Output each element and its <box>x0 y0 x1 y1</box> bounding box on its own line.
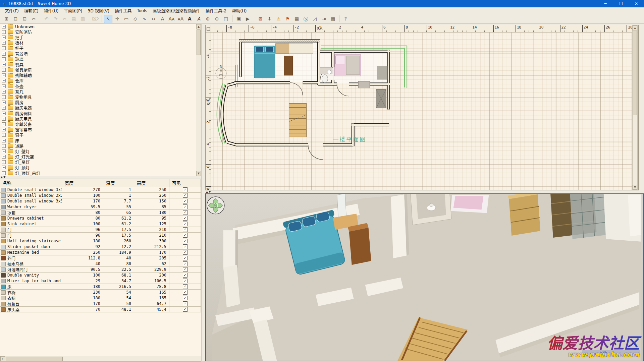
catalog-category-row[interactable]: +背景墙 <box>0 51 196 56</box>
bold-icon[interactable]: A <box>185 15 194 23</box>
expand-toggle-icon[interactable]: + <box>2 46 6 50</box>
table-row[interactable]: 外门112.840205✓ <box>0 255 201 261</box>
create-photo-icon[interactable]: ▣ <box>234 15 243 23</box>
header-width[interactable]: 宽度 <box>62 179 103 187</box>
plugin-export-obj-icon[interactable]: ⇥ <box>320 15 328 23</box>
catalog-category-row[interactable]: +灯_顶灯_吊灯 <box>0 170 196 176</box>
expand-toggle-icon[interactable]: + <box>2 117 6 121</box>
menu-advanced-rendering[interactable]: 高级渲染图/渲染视频插件 <box>150 7 203 14</box>
visible-checkbox[interactable]: ✓ <box>183 301 187 306</box>
plugin-warning-icon[interactable]: ⚠ <box>274 15 283 23</box>
plugin-sketch-icon[interactable]: Ⓢ <box>302 15 310 23</box>
visible-checkbox[interactable]: ✓ <box>183 267 187 272</box>
expand-toggle-icon[interactable]: + <box>2 25 6 28</box>
catalog-category-row[interactable]: +Unknown <box>0 24 196 29</box>
table-row[interactable]: Double small window 3x3...2701250✓ <box>0 187 201 193</box>
navigation-pad[interactable] <box>207 197 224 214</box>
expand-toggle-icon[interactable]: + <box>2 101 6 104</box>
table-row[interactable]: Mezzanine bed250184.9170✓ <box>0 250 201 255</box>
select-mode-icon[interactable]: ↖ <box>104 15 112 23</box>
create-walls-icon[interactable]: ▭ <box>122 15 130 23</box>
menu-help[interactable]: 帮助(H) <box>229 7 249 14</box>
table-row[interactable]: 门9617.5210✓ <box>0 227 201 233</box>
expand-toggle-icon[interactable]: + <box>2 57 6 61</box>
catalog-category-row[interactable]: +餐具厨房 <box>0 67 196 73</box>
table-row[interactable]: Washer dryer59.55585✓ <box>0 204 201 210</box>
catalog-category-row[interactable]: +灯_吊灯 <box>0 160 196 165</box>
scroll-up-icon[interactable]: ▲ <box>196 24 201 29</box>
catalog-category-row[interactable]: +餐具 <box>0 62 196 67</box>
plan-scroll-down-icon[interactable]: ▼ <box>633 185 637 190</box>
expand-toggle-icon[interactable]: + <box>2 90 6 94</box>
expand-toggle-icon[interactable]: + <box>2 52 6 56</box>
delete-icon[interactable]: ⌦ <box>91 15 100 23</box>
visible-checkbox[interactable]: ✓ <box>183 256 187 260</box>
create-polylines-icon[interactable]: ∿ <box>140 15 149 23</box>
plugin-slope-icon[interactable]: ◿ <box>311 15 319 23</box>
table-row[interactable]: Double vanity10068.1200✓ <box>0 273 201 278</box>
catalog-scrollbar-thumb[interactable] <box>197 29 201 55</box>
catalog-category-row[interactable]: +厨房用具 <box>0 116 196 121</box>
expand-toggle-icon[interactable]: + <box>2 149 6 153</box>
expand-toggle-icon[interactable]: + <box>2 139 6 142</box>
catalog-table-splitter[interactable]: ▲ ▼ <box>1 176 9 179</box>
table-row[interactable]: 门9617.5210✓ <box>0 233 201 238</box>
expand-toggle-icon[interactable]: + <box>2 106 6 110</box>
plan-scroll-up-icon[interactable]: ▲ <box>633 25 637 31</box>
catalog-category-row[interactable]: +床 <box>0 138 196 143</box>
visible-checkbox[interactable]: ✓ <box>183 210 187 215</box>
expand-toggle-icon[interactable]: + <box>2 95 6 99</box>
catalog-category-row[interactable]: +宠物用具 <box>0 94 196 100</box>
table-row[interactable]: Half landing staircase180260300✓ <box>0 238 201 244</box>
pan-mode-icon[interactable]: ✛ <box>113 15 121 23</box>
table-horizontal-scrollbar[interactable]: ◄ ► <box>0 356 201 362</box>
header-height[interactable]: 高度 <box>134 179 169 187</box>
scroll-right-icon[interactable]: ► <box>0 356 5 361</box>
minimize-button[interactable]: ─ <box>598 0 613 7</box>
view-3d-pane[interactable]: 偏爱技术社区 www.paijishu.com <box>205 193 644 361</box>
visible-checkbox[interactable]: ✓ <box>183 216 187 221</box>
plan-3d-splitter-arrows[interactable]: ▲ ▼ <box>206 190 214 193</box>
expand-toggle-icon[interactable]: + <box>2 41 6 45</box>
splitter-up-icon[interactable]: ▲ <box>1 176 3 179</box>
visible-checkbox[interactable]: ✓ <box>183 284 187 289</box>
catalog-category-row[interactable]: +厨房 <box>0 100 196 105</box>
menu-tools[interactable]: Tools <box>134 7 150 14</box>
menu-plan[interactable]: 平面图(P) <box>61 7 85 14</box>
menu-plugin-tools-2[interactable]: 插件工具-2 <box>203 7 229 14</box>
paste-icon[interactable]: ▥ <box>78 15 87 23</box>
visible-checkbox[interactable]: ✓ <box>183 273 187 278</box>
table-row[interactable]: 床头桌7048.145.4✓ <box>0 307 201 312</box>
expand-toggle-icon[interactable]: + <box>2 84 6 88</box>
catalog-category-row[interactable]: +穿戴装备 <box>0 121 196 127</box>
catalog-category-row[interactable]: +玻璃 <box>0 56 196 62</box>
visible-checkbox[interactable]: ✓ <box>183 290 187 295</box>
scroll-down-icon[interactable]: ▼ <box>196 171 201 176</box>
expand-toggle-icon[interactable]: + <box>2 122 6 126</box>
import-furniture-icon[interactable]: ⊡ <box>20 15 29 23</box>
create-dimensions-icon[interactable]: ↔ <box>149 15 158 23</box>
table-row[interactable]: 抽水马桶408062✓ <box>0 261 201 267</box>
catalog-category-row[interactable]: +安防消防 <box>0 29 196 35</box>
horizontal-scrollbar-thumb[interactable] <box>6 357 63 361</box>
cut-icon[interactable]: ✂ <box>60 15 69 23</box>
close-button[interactable]: ✕ <box>629 0 644 7</box>
new-home-icon[interactable]: ⊞ <box>2 15 11 23</box>
visible-checkbox[interactable]: ✓ <box>183 187 187 192</box>
expand-toggle-icon[interactable]: + <box>2 155 6 159</box>
splitter-down-icon[interactable]: ▼ <box>3 176 5 179</box>
expand-toggle-icon[interactable]: + <box>2 30 6 34</box>
table-row[interactable]: 冰箱8065180✓ <box>0 210 201 216</box>
header-visible[interactable]: 可见 <box>169 179 201 187</box>
expand-toggle-icon[interactable]: + <box>2 112 6 115</box>
italic-icon[interactable]: A <box>195 15 203 23</box>
visible-checkbox[interactable]: ✓ <box>183 307 187 312</box>
undo-icon[interactable]: ↶ <box>42 15 51 23</box>
visible-checkbox[interactable]: ✓ <box>183 227 187 232</box>
splitter-down-icon[interactable]: ▼ <box>209 190 211 193</box>
menu-edit[interactable]: 编辑(E) <box>21 7 41 14</box>
menu-3d-view[interactable]: 3D 视图(V) <box>85 7 112 14</box>
catalog-category-row[interactable]: +道路 <box>0 143 196 148</box>
catalog-category-row[interactable]: +窗帘幕布 <box>0 127 196 132</box>
visible-checkbox[interactable]: ✓ <box>183 279 187 283</box>
